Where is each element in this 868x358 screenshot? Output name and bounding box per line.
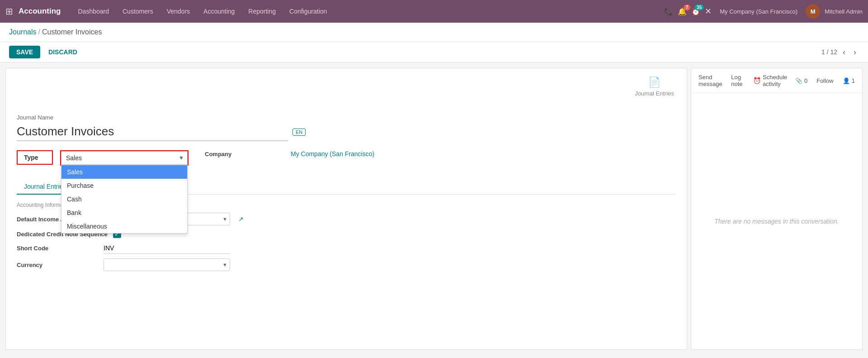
grid-icon[interactable]: ⊞ <box>5 6 13 17</box>
breadcrumb-separator: / <box>38 28 40 36</box>
company-label: Company <box>205 151 286 158</box>
nav-reporting[interactable]: Reporting <box>242 4 282 19</box>
document-icon: 📄 <box>648 76 660 88</box>
brand-name: Accounting <box>19 7 61 16</box>
follower-count: 👤 1 <box>843 77 855 84</box>
username: Mitchell Admin <box>825 8 863 15</box>
send-message-action[interactable]: Send message <box>698 74 724 87</box>
currency-row: Currency ▼ <box>17 258 676 271</box>
short-code-label: Short Code <box>17 245 98 252</box>
paperclip-icon: 📎 <box>795 77 802 84</box>
attachment-count: 0 <box>804 77 807 84</box>
nav-dashboard[interactable]: Dashboard <box>72 4 116 19</box>
type-option-sales[interactable]: Sales <box>61 165 187 179</box>
log-note-action[interactable]: Log note <box>731 74 746 87</box>
activity-badge: 35 <box>694 5 704 10</box>
currency-label: Currency <box>17 262 98 268</box>
notification-icon[interactable]: 🔔7 <box>678 7 687 16</box>
journal-name-input[interactable] <box>17 123 288 141</box>
main-layout: 📄 Journal Entries Journal Name EN Type <box>0 62 868 355</box>
breadcrumb: Journals / Customer Invoices <box>9 28 859 36</box>
notification-badge: 7 <box>684 5 691 10</box>
form-content: Journal Name EN Type Sales ▼ Sale <box>6 105 687 285</box>
save-button[interactable]: SAVE <box>9 46 40 58</box>
prev-button[interactable]: ‹ <box>840 47 848 58</box>
short-code-input[interactable] <box>104 243 230 254</box>
next-button[interactable]: › <box>851 47 859 58</box>
journal-name-label: Journal Name <box>17 114 676 121</box>
journal-entries-label: Journal Entries <box>635 90 674 97</box>
pagination-area: 1 / 12 ‹ › <box>821 47 859 58</box>
nav-configuration[interactable]: Configuration <box>283 4 333 19</box>
topnav-menu: Dashboard Customers Vendors Accounting R… <box>72 4 663 19</box>
type-option-miscellaneous[interactable]: Miscellaneous <box>61 220 187 233</box>
discard-button[interactable]: DISCARD <box>45 46 81 58</box>
type-option-cash[interactable]: Cash <box>61 192 187 206</box>
type-row: Type Sales ▼ Sales Purchase Cash Bank Mi… <box>17 150 676 166</box>
chatter-empty-message: There are no messages in this conversati… <box>691 93 862 349</box>
right-panel: Send message Log note ⏰ Schedule activit… <box>691 68 863 350</box>
company-name: My Company (San Francisco) <box>720 8 797 15</box>
type-option-bank[interactable]: Bank <box>61 206 187 220</box>
breadcrumb-parent[interactable]: Journals <box>9 28 36 36</box>
log-note-label: Log note <box>731 74 746 87</box>
schedule-activity-action[interactable]: ⏰ Schedule activity <box>753 74 788 87</box>
schedule-activity-label: Schedule activity <box>763 74 788 87</box>
attachment-button[interactable]: 📎 0 <box>795 77 807 84</box>
send-message-label: Send message <box>698 74 724 87</box>
topnav-right: 📞 🔔7 ⏰35 ✕ My Company (San Francisco) M … <box>664 4 863 19</box>
topnav: ⊞ Accounting Dashboard Customers Vendors… <box>0 0 868 23</box>
journal-entries-button[interactable]: 📄 Journal Entries <box>629 73 679 100</box>
journal-name-field: Journal Name EN <box>17 114 676 141</box>
type-dropdown-menu: Sales Purchase Cash Bank Miscellaneous <box>61 165 188 234</box>
avatar[interactable]: M <box>806 4 820 19</box>
activity-icon[interactable]: ⏰35 <box>691 7 700 16</box>
chatter-right: 📎 0 Follow 👤 1 <box>795 77 855 84</box>
nav-customers[interactable]: Customers <box>116 4 160 19</box>
type-dropdown-arrow: ▼ <box>179 155 184 161</box>
type-option-purchase[interactable]: Purchase <box>61 179 187 192</box>
action-bar: SAVE DISCARD 1 / 12 ‹ › <box>0 42 868 62</box>
external-link-icon[interactable]: ↗ <box>238 215 244 223</box>
type-dropdown-container: Sales ▼ Sales Purchase Cash Bank Miscell… <box>60 150 189 166</box>
type-label: Type <box>17 150 53 165</box>
company-value: My Company (San Francisco) <box>291 150 374 158</box>
form-area: 📄 Journal Entries Journal Name EN Type <box>5 68 687 350</box>
nav-vendors[interactable]: Vendors <box>160 4 196 19</box>
company-field: Company My Company (San Francisco) <box>205 150 374 158</box>
currency-wrapper: ▼ <box>104 258 230 271</box>
follower-count-value: 1 <box>852 77 855 84</box>
phone-icon[interactable]: 📞 <box>664 7 673 16</box>
close-icon[interactable]: ✕ <box>705 6 712 16</box>
chatter-actions: Send message Log note ⏰ Schedule activit… <box>691 68 862 93</box>
nav-accounting[interactable]: Accounting <box>197 4 241 19</box>
person-icon: 👤 <box>843 77 850 84</box>
breadcrumb-current: Customer Invoices <box>42 28 102 36</box>
follow-button[interactable]: Follow <box>813 77 837 84</box>
breadcrumb-bar: Journals / Customer Invoices <box>0 23 868 42</box>
short-code-row: Short Code <box>17 243 676 254</box>
currency-select[interactable] <box>104 258 230 271</box>
language-badge[interactable]: EN <box>292 129 306 136</box>
clock-icon: ⏰ <box>753 77 761 84</box>
type-selected-value: Sales <box>66 154 175 162</box>
pagination-text: 1 / 12 <box>821 48 837 56</box>
